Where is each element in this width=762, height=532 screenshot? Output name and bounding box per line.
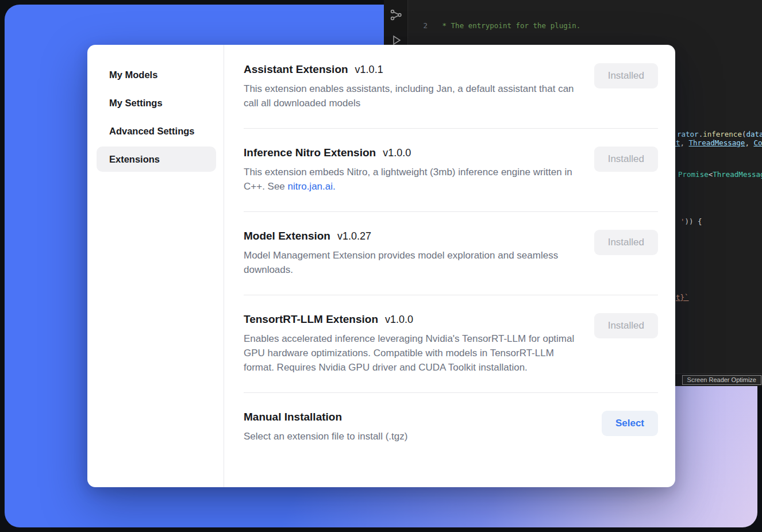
code-line: 2 * The entrypoint for the plugin. — [408, 21, 762, 30]
manual-installation-description: Select an extension file to install (.tg… — [244, 429, 407, 444]
sidebar-item-my-settings[interactable]: My Settings — [97, 90, 216, 115]
line-number: 2 — [408, 21, 428, 30]
extension-version: v1.0.0 — [385, 314, 413, 326]
installed-button[interactable]: Installed — [594, 63, 658, 88]
code-text: * The entrypoint for the plugin. — [438, 21, 580, 30]
section-divider — [244, 128, 658, 129]
extension-description: Model Management Extension provides mode… — [244, 248, 576, 277]
nitro-jan-ai-link[interactable]: nitro.jan.ai. — [288, 181, 336, 192]
code-fragment: ')) { — [680, 217, 702, 226]
manual-installation-title: Manual Installation — [244, 411, 342, 423]
code-fragment: t}` — [676, 293, 689, 302]
extension-section-assistant: Assistant Extension v1.0.1 This extensio… — [244, 63, 658, 110]
section-divider — [244, 211, 658, 212]
code-fragment: rator.inference(data)); — [677, 130, 762, 138]
manual-installation-section: Manual Installation Select an extension … — [244, 411, 658, 444]
extension-section-tensorrt: TensortRT-LLM Extension v1.0.0 Enables a… — [244, 313, 658, 375]
extension-name: Assistant Extension — [244, 63, 348, 76]
extension-version: v1.0.27 — [337, 230, 371, 242]
extension-version: v1.0.1 — [355, 64, 383, 76]
sidebar-item-extensions[interactable]: Extensions — [97, 147, 216, 172]
source-control-icon[interactable] — [389, 8, 403, 22]
installed-button[interactable]: Installed — [594, 313, 658, 338]
installed-button[interactable]: Installed — [594, 230, 658, 255]
extension-version: v1.0.0 — [383, 147, 411, 159]
extension-description: Enables accelerated inference leveraging… — [244, 331, 576, 375]
extension-name: TensortRT-LLM Extension — [244, 313, 378, 326]
installed-button[interactable]: Installed — [594, 147, 658, 172]
select-file-button[interactable]: Select — [602, 411, 658, 436]
statusbar-screen-reader-item[interactable]: Screen Reader Optimize — [682, 375, 761, 385]
extension-name: Inference Nitro Extension — [244, 147, 376, 159]
section-divider — [244, 392, 658, 393]
extension-section-nitro: Inference Nitro Extension v1.0.0 This ex… — [244, 147, 658, 194]
extension-description: This extension embeds Nitro, a lightweig… — [244, 165, 576, 194]
sidebar-item-advanced-settings[interactable]: Advanced Settings — [97, 118, 216, 144]
extension-name: Model Extension — [244, 230, 330, 242]
extension-description: This extension enables assistants, inclu… — [244, 82, 576, 110]
extensions-panel: Assistant Extension v1.0.1 This extensio… — [224, 45, 675, 487]
settings-modal: My Models My Settings Advanced Settings … — [87, 45, 675, 487]
section-divider — [244, 295, 658, 295]
code-fragment: Promise<ThreadMessage> — [678, 170, 762, 179]
extension-section-model: Model Extension v1.0.27 Model Management… — [244, 230, 658, 277]
sidebar-item-my-models[interactable]: My Models — [97, 62, 216, 87]
settings-sidebar: My Models My Settings Advanced Settings … — [87, 45, 224, 487]
